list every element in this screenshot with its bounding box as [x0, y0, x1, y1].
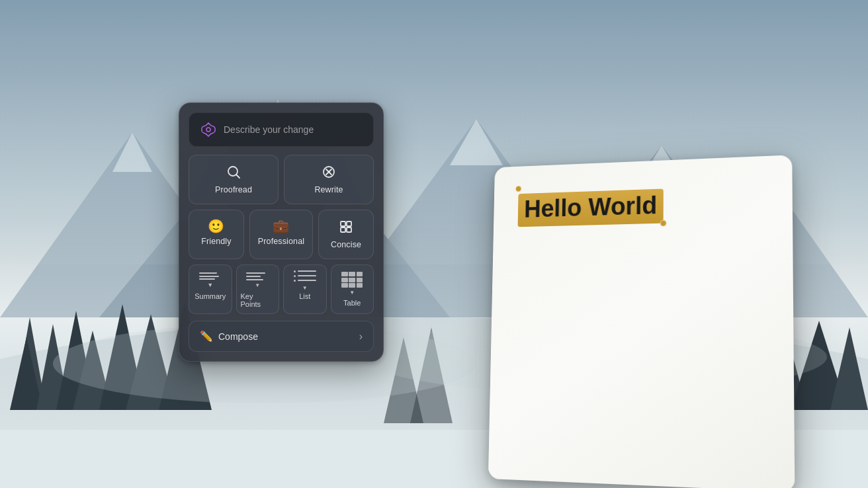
professional-button[interactable]: 💼 Professional: [249, 210, 313, 259]
list-button[interactable]: ▼ List: [283, 264, 327, 314]
friendly-icon: 🙂: [208, 220, 224, 233]
key-points-button[interactable]: ▼ Key Points: [236, 264, 280, 314]
rewrite-button[interactable]: Rewrite: [284, 155, 374, 204]
svg-point-36: [206, 128, 210, 132]
compose-label: Compose: [218, 331, 258, 342]
proofread-button[interactable]: Proofread: [189, 155, 279, 204]
tone-buttons-row: 🙂 Friendly 💼 Professional Concise: [189, 210, 374, 259]
svg-rect-43: [347, 222, 351, 226]
document-content: Hello World: [493, 155, 793, 250]
svg-rect-42: [341, 222, 345, 226]
professional-icon: 💼: [273, 220, 289, 233]
list-label: List: [299, 292, 310, 300]
writing-panel: Hello World: [488, 155, 795, 488]
search-placeholder: Describe your change: [224, 124, 363, 135]
summary-button[interactable]: ▼ Summary: [189, 264, 232, 314]
svg-rect-44: [341, 227, 345, 232]
rewrite-icon: [322, 165, 336, 181]
svg-point-35: [200, 122, 216, 138]
hello-world-text: Hello World: [518, 188, 664, 227]
selection-handle-br[interactable]: [660, 220, 667, 227]
top-buttons-row: Proofread Rewrite: [189, 155, 374, 204]
format-buttons-row: ▼ Summary ▼ Key Points ▼ List: [189, 264, 374, 314]
key-points-icon: ▼: [246, 272, 269, 289]
friendly-button[interactable]: 🙂 Friendly: [189, 210, 244, 259]
table-button[interactable]: ▼ Table: [331, 264, 374, 314]
svg-line-38: [237, 175, 240, 179]
table-label: Table: [343, 299, 361, 307]
concise-label: Concise: [331, 240, 361, 249]
svg-rect-45: [347, 227, 351, 232]
ai-panel: Describe your change Proofread Rewrite: [179, 102, 384, 362]
friendly-label: Friendly: [201, 237, 231, 246]
summary-label: Summary: [195, 292, 226, 300]
table-icon: ▼: [341, 272, 363, 296]
list-icon: ▼: [294, 272, 316, 289]
ai-brand-icon: [200, 121, 217, 138]
rewrite-label: Rewrite: [314, 185, 343, 194]
selection-handle-tl[interactable]: [515, 186, 521, 192]
concise-icon: [339, 220, 353, 236]
key-points-label: Key Points: [241, 292, 275, 308]
pencil-icon: ✏️: [200, 330, 213, 343]
ai-search-bar[interactable]: Describe your change: [189, 112, 374, 147]
proofread-icon: [226, 165, 241, 181]
compose-left: ✏️ Compose: [200, 330, 258, 343]
professional-label: Professional: [258, 237, 304, 246]
summary-icon: ▼: [199, 272, 222, 289]
proofread-label: Proofread: [215, 185, 252, 194]
chevron-right-icon: ›: [359, 331, 363, 343]
concise-button[interactable]: Concise: [318, 210, 374, 259]
compose-button[interactable]: ✏️ Compose ›: [189, 321, 374, 352]
